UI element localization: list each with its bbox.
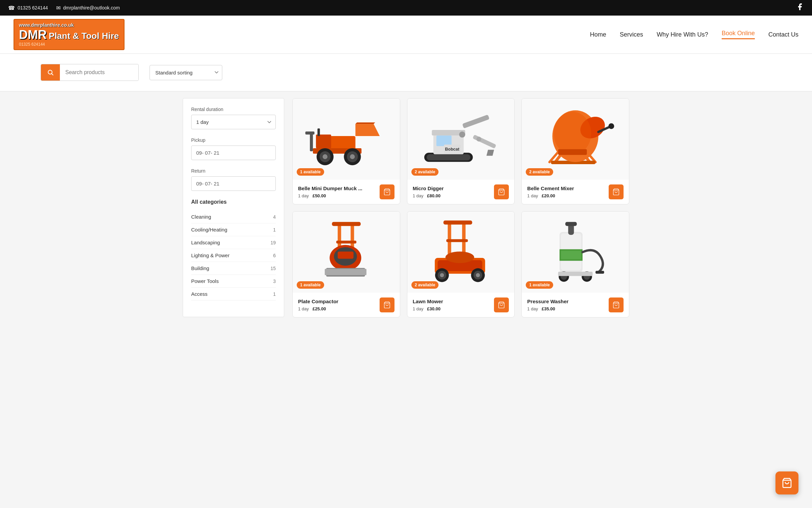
svg-point-64	[476, 273, 480, 277]
add-to-cart-dumper[interactable]	[380, 184, 394, 199]
product-badge-washer: 1 available	[526, 281, 553, 289]
svg-point-58	[446, 251, 474, 263]
nav-contact-us[interactable]: Contact Us	[768, 31, 798, 38]
email-contact: ✉ dmrplanthire@outlook.com	[56, 5, 120, 11]
product-image-digger: Bobcat 2 available	[407, 98, 515, 180]
add-to-cart-mixer[interactable]	[609, 184, 624, 199]
email-icon: ✉	[56, 5, 61, 11]
search-button[interactable]	[41, 64, 60, 81]
product-name-mower: Lawn Mower	[413, 299, 443, 304]
product-badge-mower: 2 available	[411, 281, 439, 289]
main-nav: Home Services Why Hire With Us? Book Onl…	[590, 30, 798, 39]
svg-rect-50	[325, 269, 366, 275]
svg-rect-40	[558, 149, 587, 155]
product-name-compactor: Plate Compactor	[298, 299, 338, 304]
svg-rect-77	[558, 272, 593, 276]
rental-duration-section: Rental duration 1 day 2 days 3 days 1 we…	[191, 107, 276, 129]
product-name-mixer: Belle Cement Mixer	[527, 185, 574, 191]
search-input[interactable]	[60, 65, 138, 80]
product-card-digger: Bobcat 2 available Micro Digger 1 day	[407, 98, 515, 204]
product-details-mixer: Belle Cement Mixer 1 day £20.00	[527, 185, 574, 199]
svg-point-10	[322, 154, 327, 159]
category-lighting-name: Lighting & Power	[191, 252, 229, 258]
product-badge-dumper: 1 available	[297, 168, 324, 176]
product-badge-mixer: 2 available	[526, 168, 553, 176]
cart-icon-dumper	[383, 188, 391, 196]
nav-services[interactable]: Services	[620, 31, 643, 38]
product-meta-compactor: 1 day £25.00	[298, 306, 326, 311]
cart-icon-mower	[498, 301, 505, 309]
category-cooling[interactable]: Cooling/Heating 1	[191, 223, 276, 236]
mower-illustration	[415, 218, 506, 287]
product-card-mower: 2 available Lawn Mower 1 day £30.00	[407, 211, 515, 317]
return-input[interactable]	[191, 176, 276, 191]
svg-point-61	[440, 273, 444, 277]
category-power-tools[interactable]: Power Tools 3	[191, 275, 276, 288]
category-building-count: 15	[270, 266, 276, 271]
product-info-mower: Lawn Mower 1 day £30.00	[407, 293, 515, 317]
product-details-mower: Lawn Mower 1 day £30.00	[413, 299, 443, 312]
header: www.dmrplanthire.co.uk DMR Plant & Tool …	[0, 16, 812, 54]
add-to-cart-digger[interactable]	[494, 184, 509, 199]
rental-duration-label: Rental duration	[191, 107, 276, 112]
product-details-dumper: Belle Mini Dumper Muck ... 1 day £50.00	[298, 185, 362, 199]
return-label: Return	[191, 168, 276, 174]
nav-home[interactable]: Home	[590, 31, 606, 38]
product-meta-mower: 1 day £30.00	[413, 306, 441, 311]
phone-icon: ☎	[8, 5, 15, 11]
svg-rect-25	[473, 135, 496, 149]
cart-icon-digger	[498, 188, 505, 196]
product-grid: 1 available Belle Mini Dumper Muck ... 1…	[292, 98, 629, 317]
product-card-dumper: 1 available Belle Mini Dumper Muck ... 1…	[292, 98, 400, 204]
add-to-cart-washer[interactable]	[609, 297, 624, 312]
add-to-cart-mower[interactable]	[494, 297, 509, 312]
product-info-washer: Pressure Washer 1 day £35.00	[522, 293, 629, 317]
logo-tagline: Plant & Tool Hire	[49, 31, 119, 41]
category-power-tools-name: Power Tools	[191, 278, 219, 284]
return-section: Return	[191, 168, 276, 191]
svg-rect-55	[446, 239, 468, 242]
svg-rect-45	[336, 241, 357, 244]
logo-dmr: DMR	[19, 28, 47, 42]
category-lighting[interactable]: Lighting & Power 6	[191, 249, 276, 262]
sort-select[interactable]: Standard sorting Sort by price: low to h…	[150, 65, 222, 80]
product-duration-compactor: 1 day	[298, 306, 309, 311]
category-landscaping[interactable]: Landscaping 19	[191, 236, 276, 249]
svg-rect-44	[332, 222, 361, 226]
product-price-digger: £80.00	[427, 193, 441, 198]
product-image-dumper: 1 available	[293, 98, 400, 180]
product-name-digger: Micro Digger	[413, 185, 444, 191]
cart-icon-compactor	[383, 301, 391, 309]
product-image-mower: 2 available	[407, 212, 515, 293]
rental-duration-select[interactable]: 1 day 2 days 3 days 1 week	[191, 115, 276, 129]
email-address: dmrplanthire@outlook.com	[63, 5, 120, 10]
product-card-washer: 1 available Pressure Washer 1 day £35.00	[521, 211, 629, 317]
category-cleaning[interactable]: Cleaning 4	[191, 211, 276, 223]
pickup-input[interactable]	[191, 146, 276, 160]
mixer-illustration	[530, 105, 621, 174]
top-bar-contact: ☎ 01325 624144 ✉ dmrplanthire@outlook.co…	[8, 5, 120, 11]
product-badge-compactor: 1 available	[297, 281, 324, 289]
add-to-cart-compactor[interactable]	[380, 297, 394, 312]
product-image-washer: 1 available	[522, 212, 629, 293]
category-building[interactable]: Building 15	[191, 262, 276, 275]
product-details-washer: Pressure Washer 1 day £35.00	[527, 299, 568, 312]
product-meta-mixer: 1 day £20.00	[527, 193, 555, 198]
product-price-dumper: £50.00	[313, 193, 326, 198]
nav-book-online[interactable]: Book Online	[722, 30, 755, 39]
phone-contact: ☎ 01325 624144	[8, 5, 48, 11]
search-icon	[47, 69, 54, 76]
facebook-icon[interactable]	[796, 3, 804, 13]
svg-point-37	[554, 112, 591, 155]
product-info-compactor: Plate Compactor 1 day £25.00	[293, 293, 400, 317]
product-meta-washer: 1 day £35.00	[527, 306, 555, 311]
product-duration-digger: 1 day	[413, 193, 424, 198]
logo[interactable]: www.dmrplanthire.co.uk DMR Plant & Tool …	[14, 19, 125, 50]
category-access[interactable]: Access 1	[191, 288, 276, 301]
nav-why-hire[interactable]: Why Hire With Us?	[657, 31, 708, 38]
product-badge-digger: 2 available	[411, 168, 439, 176]
svg-point-27	[459, 132, 465, 138]
product-info-dumper: Belle Mini Dumper Muck ... 1 day £50.00	[293, 180, 400, 204]
digger-illustration: Bobcat	[415, 105, 506, 174]
category-landscaping-count: 19	[270, 240, 276, 245]
